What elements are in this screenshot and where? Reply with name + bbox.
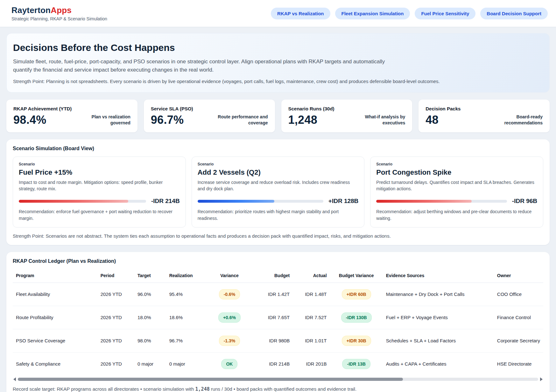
cell-period: 2026 YTD (97, 306, 134, 329)
variance-badge: -1.3% (219, 336, 240, 346)
col-evidence-sources: Evidence Sources (383, 269, 494, 283)
impact-row: +IDR 128B (198, 198, 359, 205)
main-content: Decisions Before the Cost Happens Simula… (0, 27, 556, 392)
kpi-card-rkap-achievement: RKAP Achievement (YTD) 98.4% Plan vs rea… (6, 100, 137, 132)
kpi-card-scenario-runs: Scenario Runs (30d) 1,248 What-if analys… (281, 100, 412, 132)
hero-title: Decisions Before the Cost Happens (13, 42, 543, 53)
kpi-body: 48 Board-ready recommendations (426, 113, 543, 127)
impact-bar-fill (19, 200, 128, 203)
col-period: Period (97, 269, 134, 283)
cell-evidence: Maintenance + Dry Dock + Port Calls (383, 283, 494, 306)
impact-bar-track (19, 200, 146, 203)
ledger-table-head: Program Period Target Realization Varian… (13, 269, 543, 283)
cell-target: 0 major (134, 352, 166, 375)
scenario-recommendation: Recommendation: prioritize routes with h… (198, 208, 359, 221)
budget-variance-badge: -IDR 13B (342, 359, 370, 369)
cell-evidence: Fuel + ERP + Voyage Events (383, 306, 494, 329)
cell-program: Safety & Compliance (13, 352, 97, 375)
scenario-card-fuel-price: Scenario Fuel Price +15% Impact to cost … (13, 157, 186, 228)
kpi-card-service-sla: Service SLA (PSO) 96.7% Route performanc… (144, 100, 275, 132)
variance-badge: -0.6% (219, 289, 240, 299)
kpi-title: Service SLA (PSO) (151, 106, 268, 111)
impact-row: -IDR 214B (19, 198, 180, 205)
scrollbar-left-arrow-icon[interactable] (13, 377, 16, 381)
cell-owner: COO Office (494, 283, 543, 306)
cell-budget: IDR 7.65T (250, 306, 293, 329)
budget-variance-badge: +IDR 60B (342, 289, 371, 299)
cell-realization: 0 major (166, 352, 208, 375)
scrollbar-right-arrow-icon[interactable] (540, 377, 543, 381)
scenario-label: Scenario (376, 162, 537, 166)
scenario-label: Scenario (19, 162, 180, 166)
scenario-title: Add 2 Vessels (Q2) (198, 168, 359, 177)
brand-accent-text: Apps (51, 5, 72, 15)
cell-actual: IDR 1.01T (293, 329, 330, 352)
cell-budget-variance: +IDR 30B (330, 329, 383, 352)
scrollbar-track[interactable] (18, 378, 538, 381)
table-horizontal-scrollbar[interactable] (13, 377, 543, 381)
cell-evidence: Schedules + SLA + Load Factors (383, 329, 494, 352)
cell-realization: 18.6% (166, 306, 208, 329)
brand-logo[interactable]: RaytertonApps (11, 5, 107, 15)
cell-budget: IDR 214B (250, 352, 293, 375)
budget-variance-badge: +IDR 30B (342, 336, 371, 346)
col-budget-variance: Budget Variance (330, 269, 383, 283)
cell-realization: 96.7% (166, 329, 208, 352)
kpi-value: 1,248 (288, 113, 318, 127)
table-row-route-profitability: Route Profitability 2026 YTD 18.0% 18.6%… (13, 306, 543, 329)
kpi-title: Decision Packs (426, 106, 543, 111)
table-row-pso-service-coverage: PSO Service Coverage 2026 YTD 98.0% 96.7… (13, 329, 543, 352)
ledger-footnote-pre: Record scale target: RKAP programs acros… (13, 386, 195, 392)
cell-period: 2026 YTD (97, 329, 134, 352)
impact-row: -IDR 96B (376, 198, 537, 205)
kpi-card-decision-packs: Decision Packs 48 Board-ready recommenda… (419, 100, 550, 132)
col-target: Target (134, 269, 166, 283)
scenario-card-port-congestion: Scenario Port Congestion Spike Predict t… (370, 157, 543, 228)
ledger-section-title: RKAP Control Ledger (Plan vs Realization… (13, 258, 543, 264)
header: RaytertonApps Strategic Planning, RKAP &… (0, 0, 556, 27)
table-row-fleet-availability: Fleet Availability 2026 YTD 96.0% 95.4% … (13, 283, 543, 306)
cell-target: 18.0% (134, 306, 166, 329)
rkap-ledger-panel: RKAP Control Ledger (Plan vs Realization… (6, 252, 550, 392)
kpi-note: Plan vs realization governed (78, 114, 130, 126)
kpi-body: 1,248 What-if analysis by executives (288, 113, 405, 127)
ledger-footnote-runs-count: 1,248 (195, 386, 210, 392)
cell-target: 96.0% (134, 283, 166, 306)
cell-actual: IDR 1.48T (293, 283, 330, 306)
cell-program: PSO Service Coverage (13, 329, 97, 352)
cell-budget-variance: +IDR 60B (330, 283, 383, 306)
cell-target: 98.0% (134, 329, 166, 352)
kpi-title: RKAP Achievement (YTD) (13, 106, 130, 111)
cell-realization: 95.4% (166, 283, 208, 306)
col-owner: Owner (494, 269, 543, 283)
kpi-value: 96.7% (151, 113, 184, 127)
nav-rkap-vs-realization[interactable]: RKAP vs Realization (271, 8, 330, 19)
impact-bar-track (198, 200, 323, 203)
ledger-footnote-post: runs / 30d • board packs with quantified… (210, 386, 356, 392)
scenario-description: Increase service coverage and reduce ove… (198, 179, 359, 192)
table-row-safety-compliance: Safety & Compliance 2026 YTD 0 major 0 m… (13, 352, 543, 375)
col-actual: Actual (293, 269, 330, 283)
kpi-value: 48 (426, 113, 439, 127)
nav-fleet-expansion-simulation[interactable]: Fleet Expansion Simulation (335, 8, 410, 19)
kpi-note: What-if analysis by executives (353, 114, 405, 126)
cell-budget: IDR 980B (250, 329, 293, 352)
page: RaytertonApps Strategic Planning, RKAP &… (0, 0, 556, 392)
cell-program: Fleet Availability (13, 283, 97, 306)
brand-name-text: Rayterton (11, 5, 51, 15)
cell-budget: IDR 1.42T (250, 283, 293, 306)
nav-fuel-price-sensitivity[interactable]: Fuel Price Sensitivity (415, 8, 475, 19)
kpi-title: Scenario Runs (30d) (288, 106, 405, 111)
kpi-value: 98.4% (13, 113, 46, 127)
col-budget: Budget (250, 269, 293, 283)
nav-board-decision-support[interactable]: Board Decision Support (480, 8, 548, 19)
cell-variance: OK (208, 352, 251, 375)
cell-period: 2026 YTD (97, 352, 134, 375)
scenario-title: Port Congestion Spike (376, 168, 537, 177)
scrollbar-thumb[interactable] (18, 378, 403, 381)
kpi-row: RKAP Achievement (YTD) 98.4% Plan vs rea… (6, 100, 550, 132)
scenario-description: Predict turnaround delays. Quantifies co… (376, 179, 537, 192)
impact-bar-track (376, 200, 507, 203)
variance-badge: +0.6% (218, 312, 241, 323)
kpi-note: Route performance and coverage (215, 114, 268, 126)
